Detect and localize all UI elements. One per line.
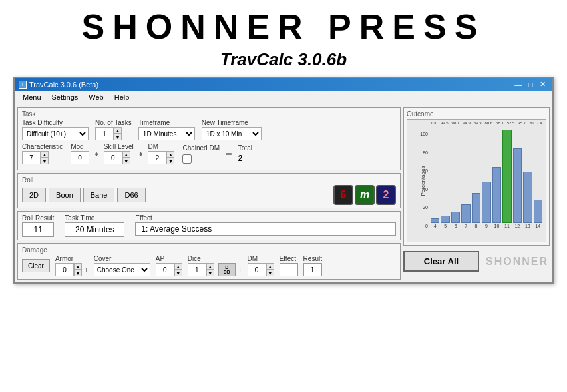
- maximize-button[interactable]: □: [526, 80, 536, 89]
- roll-label: Roll: [22, 176, 396, 184]
- dmg-effect-label: Effect: [280, 255, 298, 262]
- skill-label: Skill Level: [104, 143, 134, 150]
- dmg-result-value: 1: [303, 263, 322, 276]
- window-title: TravCalc 3.0.6 (Beta): [29, 81, 98, 89]
- bar-4: [431, 218, 439, 223]
- timeframe-select[interactable]: 1D Minutes: [138, 127, 195, 140]
- bar-group-4: 4: [431, 218, 439, 228]
- clear-all-button[interactable]: Clear All: [403, 251, 479, 272]
- bar-label-8: 8: [475, 224, 478, 228]
- bar-12: [513, 148, 522, 223]
- close-button[interactable]: ✕: [537, 80, 548, 89]
- roll-d66-button[interactable]: D66: [117, 188, 145, 202]
- ap-up[interactable]: ▲: [174, 263, 182, 270]
- cover-label: Cover: [94, 255, 150, 262]
- separator1: ♦: [94, 150, 98, 158]
- char-input[interactable]: [22, 151, 41, 164]
- dmg-dm-input[interactable]: [248, 263, 266, 276]
- chained-checkbox[interactable]: [182, 154, 192, 164]
- roll-2d-button[interactable]: 2D: [22, 188, 46, 202]
- cover-select[interactable]: Choose One: [94, 263, 150, 276]
- skill-down[interactable]: ▼: [122, 158, 130, 164]
- bar-label-13: 13: [525, 224, 530, 228]
- timeframe-label: Timeframe: [138, 119, 195, 126]
- dmg-sep2: +: [238, 266, 242, 274]
- ap-input[interactable]: [156, 263, 174, 276]
- roll-boon-button[interactable]: Boon: [49, 188, 81, 202]
- bar-13: [523, 172, 532, 223]
- char-label: Characteristic: [22, 143, 63, 150]
- bar-label-9: 9: [485, 224, 488, 228]
- bar-label-5: 5: [444, 224, 447, 228]
- menu-item-web[interactable]: Web: [83, 92, 108, 102]
- difficulty-select[interactable]: Difficult (10+): [22, 127, 89, 140]
- dice-dmg-down[interactable]: ▼: [206, 270, 214, 276]
- num-tasks-input[interactable]: [95, 127, 114, 140]
- bar-7: [461, 204, 470, 223]
- task-label: Task: [22, 110, 396, 118]
- task-section: Task Task Difficulty Difficult (10+) No.…: [17, 107, 401, 170]
- bar-9: [482, 182, 490, 223]
- num-tasks-label: No. of Tasks: [95, 119, 132, 126]
- armor-input[interactable]: [55, 263, 74, 276]
- bar-group-8: 8: [472, 193, 480, 228]
- bar-11: [502, 130, 511, 223]
- num-tasks-up[interactable]: ▲: [114, 127, 122, 134]
- menu-item-help[interactable]: Help: [109, 92, 135, 102]
- dd-button[interactable]: DDD: [218, 263, 236, 276]
- effect-label: Effect: [135, 214, 396, 222]
- new-timeframe-select[interactable]: 1D x 10 Min: [202, 127, 262, 140]
- bar-label-11: 11: [504, 224, 510, 228]
- dm-input[interactable]: [148, 151, 166, 164]
- separator2: ♦: [139, 150, 143, 158]
- bar-label-4: 4: [434, 224, 437, 228]
- armor-up[interactable]: ▲: [74, 263, 82, 270]
- bar-group-12: 12: [513, 148, 522, 228]
- total-value: 2: [238, 154, 252, 163]
- outcome-label: Outcome: [407, 110, 546, 118]
- minimize-button[interactable]: —: [512, 80, 524, 89]
- new-timeframe-label: New Timeframe: [202, 119, 262, 126]
- dice-dmg-input[interactable]: [188, 263, 206, 276]
- armor-down[interactable]: ▼: [74, 270, 82, 276]
- bar-label-12: 12: [514, 224, 520, 228]
- roll-result-label: Roll Result: [22, 214, 54, 222]
- dice-dmg-up[interactable]: ▲: [206, 263, 214, 270]
- armor-label: Armor: [55, 255, 82, 262]
- skill-input[interactable]: [104, 151, 122, 164]
- effect-value: 1: Average Success: [135, 222, 396, 236]
- menu-item-settings[interactable]: Settings: [47, 92, 84, 102]
- ap-label: AP: [156, 255, 182, 262]
- dice-3: 2: [376, 185, 396, 205]
- skill-up[interactable]: ▲: [122, 151, 130, 158]
- shonner-logo: SHONNER: [484, 256, 550, 268]
- num-tasks-down[interactable]: ▼: [114, 134, 122, 140]
- dmg-result-label: Result: [303, 255, 322, 262]
- dm-down[interactable]: ▼: [166, 158, 174, 164]
- dmg-dm-down[interactable]: ▼: [266, 270, 274, 276]
- damage-label: Damage: [22, 246, 396, 254]
- difficulty-label: Task Difficulty: [22, 119, 89, 126]
- dmg-dm-up[interactable]: ▲: [266, 263, 274, 270]
- dm-up[interactable]: ▲: [166, 151, 174, 158]
- task-time-label: Task Time: [65, 214, 124, 222]
- bar-8: [472, 193, 480, 223]
- ap-down[interactable]: ▼: [174, 270, 182, 276]
- char-up[interactable]: ▲: [41, 151, 49, 158]
- damage-clear-button[interactable]: Clear: [22, 259, 50, 272]
- title-bar: T TravCalc 3.0.6 (Beta) — □ ✕: [15, 78, 552, 91]
- mod-input[interactable]: [71, 151, 89, 164]
- roll-section: Roll 2D Boon Bane D66 6 m 2: [17, 173, 401, 208]
- dice-label: Dice: [188, 255, 214, 262]
- outcome-section: Outcome 100 99.5 98.1 94.9 89.3 80.6 68.…: [403, 107, 550, 246]
- menu-item-menu[interactable]: Menu: [17, 92, 47, 102]
- total-label: Total: [238, 144, 252, 152]
- char-down[interactable]: ▼: [41, 158, 49, 164]
- bar-group-7: 7: [461, 204, 470, 228]
- dmg-sep1: +: [85, 266, 89, 274]
- chained-label: Chained DM: [182, 144, 220, 152]
- dmg-effect-value: [280, 263, 298, 276]
- bar-6: [451, 212, 460, 223]
- menu-bar: Menu Settings Web Help: [15, 91, 552, 104]
- roll-bane-button[interactable]: Bane: [83, 188, 115, 202]
